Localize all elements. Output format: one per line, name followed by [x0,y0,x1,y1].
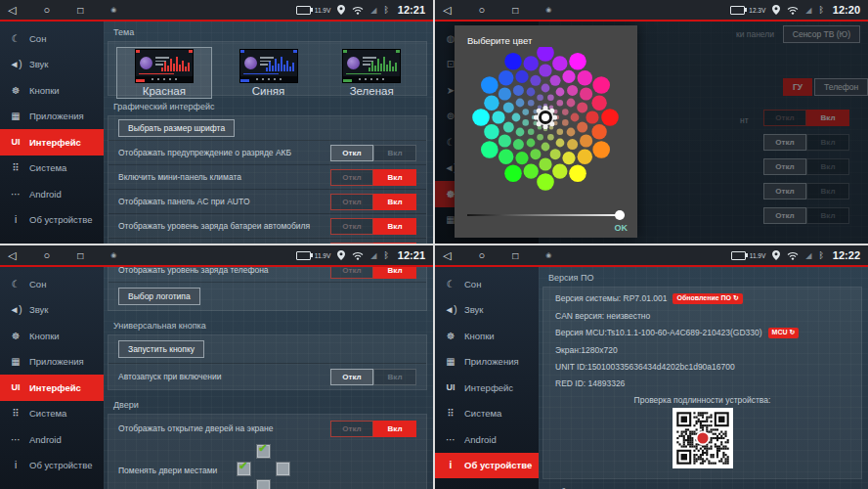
sidebar-item-system[interactable]: ⠿Система [0,156,104,182]
color-dot[interactable] [567,128,576,137]
color-dot[interactable] [562,109,569,115]
color-dot[interactable] [472,109,490,126]
color-dot[interactable] [567,139,578,150]
launch-button[interactable]: Запустить кнопку [118,340,204,358]
color-dot[interactable] [542,143,550,152]
home-button[interactable]: ○ [43,249,50,261]
sidebar-item-sleep[interactable]: ☾Сон [0,25,104,52]
toggle-off[interactable]: ОтклВкл [330,369,416,385]
update-badge[interactable]: Обновление ПО ↻ [673,293,742,304]
color-dot[interactable] [571,113,580,122]
sidebar-item-sound[interactable]: ◄)Звук [0,52,104,78]
color-dot[interactable] [547,134,554,141]
color-dot[interactable] [578,70,592,85]
toggle-off-button[interactable]: Откл [330,421,373,437]
toggle-off-button[interactable]: Откл [330,145,373,161]
color-dot[interactable] [503,122,514,133]
color-dot[interactable] [556,88,565,97]
door-checkbox-bottom[interactable] [256,479,271,489]
toggle-off-button[interactable]: Откл [330,169,373,186]
sidebar-item-interface[interactable]: UIИнтерфейс [0,375,104,401]
toggle-on[interactable]: ОтклВкл [330,243,416,244]
back-button[interactable]: ◁ [443,249,451,262]
color-dot[interactable] [504,164,522,182]
color-dot[interactable] [516,99,525,108]
color-dot[interactable] [516,128,525,137]
toggle-on[interactable]: ОтклВкл [330,421,416,437]
color-dot[interactable] [503,102,514,112]
color-dot[interactable] [567,85,578,96]
sidebar-item-android[interactable]: ⋯Android [0,426,104,453]
door-checkbox-right[interactable] [276,462,290,476]
sidebar-item-system[interactable]: ⠿Система [0,401,104,427]
color-dot[interactable] [537,94,543,101]
color-dot[interactable] [528,129,535,136]
door-checkbox-top[interactable] [256,444,271,459]
color-dot[interactable] [567,99,576,108]
toggle-on[interactable]: ОтклВкл [330,194,416,210]
sidebar-item-interface[interactable]: UIИнтерфейс [435,375,539,401]
sidebar-item-buttons[interactable]: ☸Кнопки [0,323,104,349]
color-dot[interactable] [484,96,499,111]
color-dot[interactable] [522,109,529,115]
sidebar-item-sound[interactable]: ◄)Звук [0,297,104,324]
color-dot[interactable] [524,56,539,70]
color-dot[interactable] [562,70,575,83]
color-dot[interactable] [515,70,528,83]
color-dot[interactable] [562,152,575,164]
theme-option-red[interactable]: Красная [116,47,212,99]
color-dot[interactable] [499,134,511,147]
color-dot[interactable] [577,102,587,112]
recents-button[interactable]: □ [77,250,83,261]
color-dot[interactable] [527,88,536,97]
color-dot[interactable] [499,70,513,85]
sidebar-item-android[interactable]: ⋯Android [0,181,104,207]
toggle-on-button[interactable]: Вкл [373,369,416,385]
toggle-off[interactable]: ОтклВкл [330,145,416,161]
home-button[interactable]: ○ [478,4,485,16]
color-dot[interactable] [481,141,499,158]
color-dot[interactable] [539,64,551,76]
color-dot[interactable] [539,157,551,170]
color-dot[interactable] [499,87,511,100]
theme-option-green[interactable]: Зеленая [325,47,418,99]
theme-option-blue[interactable]: Синяя [222,47,316,99]
sidebar-item-about[interactable]: iОб устройстве [435,453,539,479]
color-dot[interactable] [578,150,592,164]
color-dot[interactable] [557,129,564,136]
update-badge[interactable]: MCU ↻ [768,328,800,338]
color-dot[interactable] [504,53,522,70]
door-checkbox-left[interactable] [237,462,251,476]
toggle-on-button[interactable]: Вкл [373,218,416,235]
toggle-on[interactable]: ОтклВкл [330,218,416,235]
toggle-on-button[interactable]: Вкл [373,145,416,161]
brightness-slider[interactable] [467,209,625,220]
color-dot[interactable] [556,139,565,148]
color-dot[interactable] [569,164,586,182]
toggle-on-button[interactable]: Вкл [373,421,416,437]
sidebar-item-about[interactable]: iОб устройстве [0,453,104,479]
logo-select-button[interactable]: Выбор логотипа [118,288,200,305]
sidebar-item-system[interactable]: ⠿Система [435,401,539,427]
color-dot[interactable] [569,53,586,70]
color-dot[interactable] [513,85,524,96]
toggle-off-button[interactable]: Откл [330,369,373,385]
home-button[interactable]: ○ [43,4,50,16]
selected-color-dot[interactable] [541,112,551,123]
color-dot[interactable] [524,163,539,178]
toggle-off-button[interactable]: Откл [330,218,373,235]
toggle-on[interactable]: ОтклВкл [330,267,416,279]
sidebar-item-interface[interactable]: UIИнтерфейс [0,129,104,156]
color-dot[interactable] [537,47,554,62]
color-dot[interactable] [591,124,606,139]
color-dot[interactable] [550,75,561,86]
toggle-on-button[interactable]: Вкл [373,243,416,244]
color-dot[interactable] [492,111,504,123]
color-dot[interactable] [515,152,528,164]
color-dot[interactable] [552,56,567,70]
toggle-on-button[interactable]: Вкл [373,194,416,210]
color-dot[interactable] [586,111,598,123]
sidebar-item-buttons[interactable]: ☸Кнопки [435,323,539,349]
color-dot[interactable] [591,96,606,111]
color-dot[interactable] [527,139,536,148]
